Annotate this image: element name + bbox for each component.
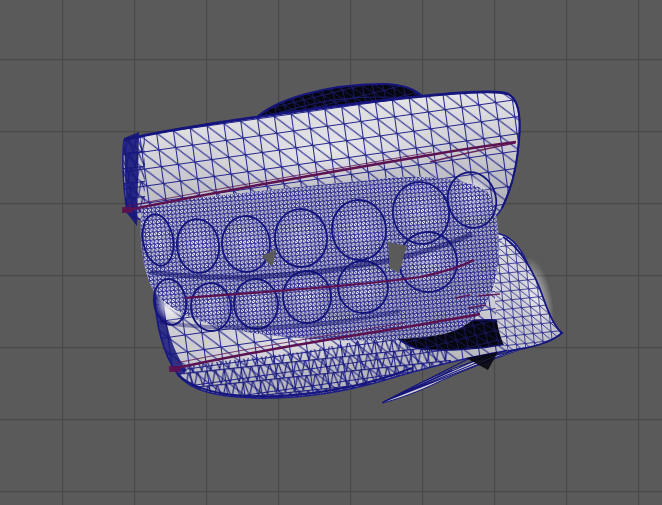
margin-endpoint [169,366,180,372]
scene-svg [0,0,662,505]
viewport-canvas[interactable] [0,0,662,505]
margin-endpoint [122,207,132,213]
